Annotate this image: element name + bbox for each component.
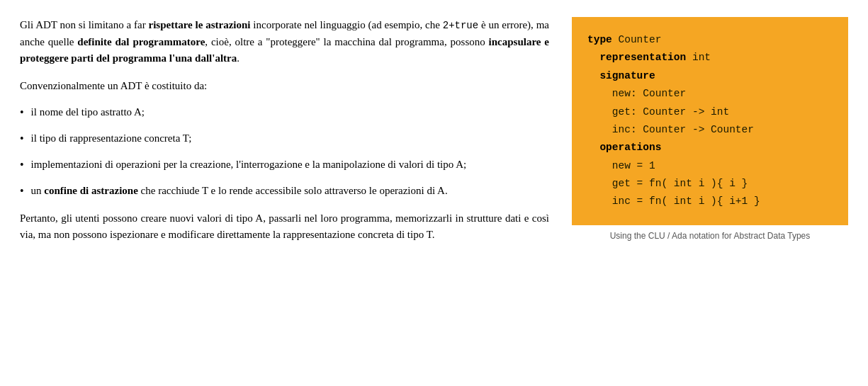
code-line-6: inc: Counter -> Counter <box>587 121 833 139</box>
code-caption: Using the CLU / Ada notation for Abstrac… <box>572 231 848 241</box>
list-item: un confine di astrazione che racchiude T… <box>20 183 549 200</box>
list-item-text: il nome del tipo astratto A; <box>31 104 145 122</box>
list-item-text: il tipo di rappresentazione concreta T; <box>31 130 192 148</box>
code-line-4: new: Counter <box>587 85 833 103</box>
intro-paragraph: Gli ADT non si limitano a far rispettare… <box>20 17 549 67</box>
code-line-1: type Counter <box>587 31 833 49</box>
list-item-text: implementazioni di operazioni per la cre… <box>31 157 467 174</box>
page-container: Gli ADT non si limitano a far rispettare… <box>20 17 848 243</box>
list-item: il tipo di rappresentazione concreta T; <box>20 130 549 148</box>
code-line-2: representation int <box>587 49 833 67</box>
list-item-text: un confine di astrazione che racchiude T… <box>31 183 448 200</box>
bullet-list: il nome del tipo astratto A; il tipo di … <box>20 104 549 200</box>
list-item: il nome del tipo astratto A; <box>20 104 549 122</box>
right-column: type Counter representation int signatur… <box>572 17 848 241</box>
list-item: implementazioni di operazioni per la cre… <box>20 157 549 174</box>
conv-paragraph: Convenzionalmente un ADT è costituito da… <box>20 78 549 94</box>
left-column: Gli ADT non si limitano a far rispettare… <box>20 17 549 243</box>
code-line-10: inc = fn( int i ){ i+1 } <box>587 193 833 210</box>
code-line-8: new = 1 <box>587 157 833 175</box>
code-line-3: signature <box>587 67 833 85</box>
code-line-9: get = fn( int i ){ i } <box>587 175 833 193</box>
code-line-7: operations <box>587 139 833 157</box>
conclusion-paragraph: Pertanto, gli utenti possono creare nuov… <box>20 210 549 244</box>
code-line-5: get: Counter -> int <box>587 103 833 121</box>
code-box: type Counter representation int signatur… <box>572 17 848 225</box>
